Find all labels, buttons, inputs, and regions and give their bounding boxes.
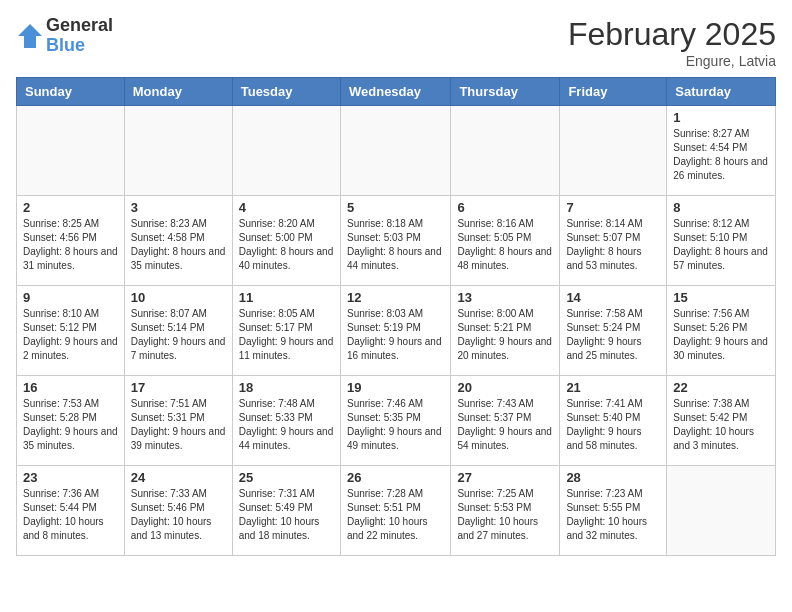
day-number: 16 [23,380,118,395]
calendar-cell: 21Sunrise: 7:41 AM Sunset: 5:40 PM Dayli… [560,376,667,466]
day-number: 20 [457,380,553,395]
calendar-cell: 8Sunrise: 8:12 AM Sunset: 5:10 PM Daylig… [667,196,776,286]
calendar-cell: 19Sunrise: 7:46 AM Sunset: 5:35 PM Dayli… [340,376,450,466]
day-info: Sunrise: 7:51 AM Sunset: 5:31 PM Dayligh… [131,397,226,453]
calendar-cell: 28Sunrise: 7:23 AM Sunset: 5:55 PM Dayli… [560,466,667,556]
calendar-cell: 24Sunrise: 7:33 AM Sunset: 5:46 PM Dayli… [124,466,232,556]
calendar-cell: 3Sunrise: 8:23 AM Sunset: 4:58 PM Daylig… [124,196,232,286]
calendar-header-row: SundayMondayTuesdayWednesdayThursdayFrid… [17,78,776,106]
calendar-week-row: 9Sunrise: 8:10 AM Sunset: 5:12 PM Daylig… [17,286,776,376]
day-info: Sunrise: 8:07 AM Sunset: 5:14 PM Dayligh… [131,307,226,363]
calendar-cell: 14Sunrise: 7:58 AM Sunset: 5:24 PM Dayli… [560,286,667,376]
day-number: 7 [566,200,660,215]
day-info: Sunrise: 8:00 AM Sunset: 5:21 PM Dayligh… [457,307,553,363]
calendar-cell: 27Sunrise: 7:25 AM Sunset: 5:53 PM Dayli… [451,466,560,556]
calendar-cell: 5Sunrise: 8:18 AM Sunset: 5:03 PM Daylig… [340,196,450,286]
location-text: Engure, Latvia [568,53,776,69]
col-header-sunday: Sunday [17,78,125,106]
calendar-cell: 11Sunrise: 8:05 AM Sunset: 5:17 PM Dayli… [232,286,340,376]
day-info: Sunrise: 8:03 AM Sunset: 5:19 PM Dayligh… [347,307,444,363]
day-info: Sunrise: 7:41 AM Sunset: 5:40 PM Dayligh… [566,397,660,453]
day-info: Sunrise: 8:12 AM Sunset: 5:10 PM Dayligh… [673,217,769,273]
day-number: 27 [457,470,553,485]
calendar-cell: 22Sunrise: 7:38 AM Sunset: 5:42 PM Dayli… [667,376,776,466]
day-number: 5 [347,200,444,215]
day-number: 13 [457,290,553,305]
col-header-tuesday: Tuesday [232,78,340,106]
calendar-cell: 4Sunrise: 8:20 AM Sunset: 5:00 PM Daylig… [232,196,340,286]
day-number: 3 [131,200,226,215]
logo-blue-text: Blue [46,36,113,56]
calendar-cell: 18Sunrise: 7:48 AM Sunset: 5:33 PM Dayli… [232,376,340,466]
calendar-cell: 15Sunrise: 7:56 AM Sunset: 5:26 PM Dayli… [667,286,776,376]
day-number: 12 [347,290,444,305]
day-info: Sunrise: 7:53 AM Sunset: 5:28 PM Dayligh… [23,397,118,453]
calendar-cell [560,106,667,196]
day-info: Sunrise: 7:48 AM Sunset: 5:33 PM Dayligh… [239,397,334,453]
day-number: 25 [239,470,334,485]
day-number: 2 [23,200,118,215]
day-info: Sunrise: 8:27 AM Sunset: 4:54 PM Dayligh… [673,127,769,183]
calendar-cell [340,106,450,196]
col-header-saturday: Saturday [667,78,776,106]
calendar-week-row: 16Sunrise: 7:53 AM Sunset: 5:28 PM Dayli… [17,376,776,466]
calendar-week-row: 2Sunrise: 8:25 AM Sunset: 4:56 PM Daylig… [17,196,776,286]
calendar-cell: 6Sunrise: 8:16 AM Sunset: 5:05 PM Daylig… [451,196,560,286]
day-number: 10 [131,290,226,305]
calendar-cell [124,106,232,196]
calendar-cell: 13Sunrise: 8:00 AM Sunset: 5:21 PM Dayli… [451,286,560,376]
calendar-cell: 25Sunrise: 7:31 AM Sunset: 5:49 PM Dayli… [232,466,340,556]
calendar-table: SundayMondayTuesdayWednesdayThursdayFrid… [16,77,776,556]
day-number: 19 [347,380,444,395]
day-number: 17 [131,380,226,395]
calendar-cell: 17Sunrise: 7:51 AM Sunset: 5:31 PM Dayli… [124,376,232,466]
day-info: Sunrise: 7:56 AM Sunset: 5:26 PM Dayligh… [673,307,769,363]
day-info: Sunrise: 7:28 AM Sunset: 5:51 PM Dayligh… [347,487,444,543]
day-info: Sunrise: 7:36 AM Sunset: 5:44 PM Dayligh… [23,487,118,543]
calendar-cell: 10Sunrise: 8:07 AM Sunset: 5:14 PM Dayli… [124,286,232,376]
day-number: 8 [673,200,769,215]
page-header: General Blue February 2025 Engure, Latvi… [16,16,776,69]
day-number: 9 [23,290,118,305]
day-info: Sunrise: 8:05 AM Sunset: 5:17 PM Dayligh… [239,307,334,363]
day-number: 28 [566,470,660,485]
day-number: 15 [673,290,769,305]
day-info: Sunrise: 8:25 AM Sunset: 4:56 PM Dayligh… [23,217,118,273]
day-number: 4 [239,200,334,215]
day-number: 1 [673,110,769,125]
calendar-cell: 12Sunrise: 8:03 AM Sunset: 5:19 PM Dayli… [340,286,450,376]
day-number: 24 [131,470,226,485]
calendar-week-row: 1Sunrise: 8:27 AM Sunset: 4:54 PM Daylig… [17,106,776,196]
title-block: February 2025 Engure, Latvia [568,16,776,69]
day-info: Sunrise: 7:31 AM Sunset: 5:49 PM Dayligh… [239,487,334,543]
day-number: 14 [566,290,660,305]
day-info: Sunrise: 7:33 AM Sunset: 5:46 PM Dayligh… [131,487,226,543]
calendar-cell [667,466,776,556]
day-number: 22 [673,380,769,395]
col-header-monday: Monday [124,78,232,106]
day-info: Sunrise: 8:18 AM Sunset: 5:03 PM Dayligh… [347,217,444,273]
calendar-week-row: 23Sunrise: 7:36 AM Sunset: 5:44 PM Dayli… [17,466,776,556]
day-info: Sunrise: 7:23 AM Sunset: 5:55 PM Dayligh… [566,487,660,543]
calendar-cell: 2Sunrise: 8:25 AM Sunset: 4:56 PM Daylig… [17,196,125,286]
day-info: Sunrise: 8:14 AM Sunset: 5:07 PM Dayligh… [566,217,660,273]
calendar-cell: 23Sunrise: 7:36 AM Sunset: 5:44 PM Dayli… [17,466,125,556]
day-number: 23 [23,470,118,485]
col-header-thursday: Thursday [451,78,560,106]
day-number: 21 [566,380,660,395]
day-info: Sunrise: 8:23 AM Sunset: 4:58 PM Dayligh… [131,217,226,273]
calendar-cell: 1Sunrise: 8:27 AM Sunset: 4:54 PM Daylig… [667,106,776,196]
logo: General Blue [16,16,113,56]
calendar-cell: 9Sunrise: 8:10 AM Sunset: 5:12 PM Daylig… [17,286,125,376]
day-number: 6 [457,200,553,215]
day-info: Sunrise: 8:10 AM Sunset: 5:12 PM Dayligh… [23,307,118,363]
day-info: Sunrise: 7:25 AM Sunset: 5:53 PM Dayligh… [457,487,553,543]
calendar-cell: 7Sunrise: 8:14 AM Sunset: 5:07 PM Daylig… [560,196,667,286]
calendar-cell [232,106,340,196]
col-header-wednesday: Wednesday [340,78,450,106]
day-number: 26 [347,470,444,485]
day-info: Sunrise: 7:43 AM Sunset: 5:37 PM Dayligh… [457,397,553,453]
day-info: Sunrise: 8:20 AM Sunset: 5:00 PM Dayligh… [239,217,334,273]
logo-general-text: General [46,16,113,36]
calendar-cell: 16Sunrise: 7:53 AM Sunset: 5:28 PM Dayli… [17,376,125,466]
